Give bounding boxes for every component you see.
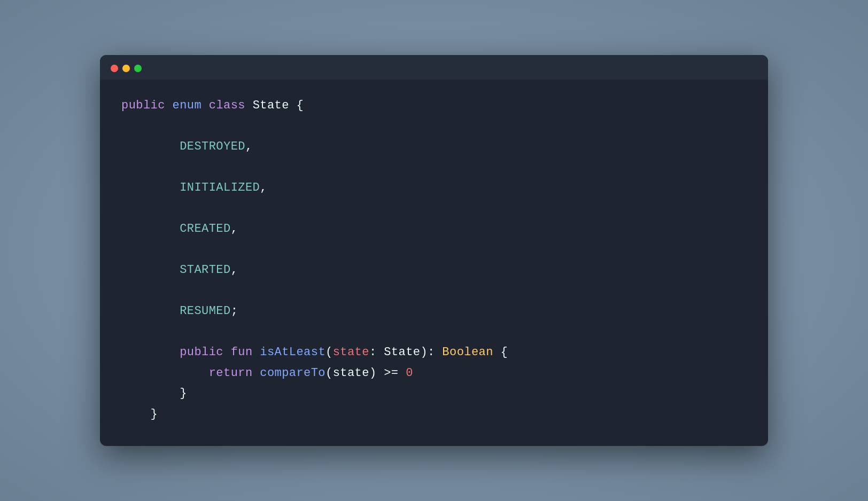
code-line-1: public enum class State {	[121, 96, 747, 116]
minimize-button[interactable]	[122, 65, 130, 72]
enum-destroyed: DESTROYED	[180, 140, 245, 153]
close-brace-class: }	[151, 408, 158, 421]
blank-1	[121, 116, 747, 137]
compare-arg: state	[333, 366, 369, 380]
code-line-close-fun: }	[121, 383, 747, 404]
code-window: public enum class State { DESTROYED, INI…	[100, 55, 768, 446]
code-line-close-class: }	[121, 404, 747, 425]
param-state: state	[333, 346, 369, 359]
blank-5	[121, 281, 747, 302]
paren-close: ):	[420, 346, 442, 359]
code-line-destroyed: DESTROYED,	[121, 137, 747, 158]
code-line-return: return compareTo(state) >= 0	[121, 363, 747, 384]
paren-open: (	[326, 346, 333, 359]
keyword-public: public	[121, 99, 165, 112]
close-button[interactable]	[111, 65, 118, 72]
param-type: State	[384, 346, 420, 359]
maximize-button[interactable]	[134, 65, 142, 72]
blank-3	[121, 199, 747, 220]
enum-started: STARTED	[180, 263, 231, 277]
fun-public: public	[180, 346, 223, 359]
keyword-class: class	[209, 99, 245, 112]
code-line-fun: public fun isAtLeast(state: State): Bool…	[121, 342, 747, 363]
compare-val: 0	[406, 366, 413, 380]
open-brace-2: {	[501, 346, 508, 359]
comma-3: ,	[231, 222, 238, 236]
keyword-enum: enum	[173, 99, 202, 112]
close-brace-fun: }	[180, 387, 187, 400]
code-line-resumed: RESUMED;	[121, 301, 747, 322]
blank-4	[121, 240, 747, 261]
semicolon-1: ;	[231, 304, 238, 318]
code-line-created: CREATED,	[121, 219, 747, 240]
fun-name: isAtLeast	[260, 346, 326, 359]
enum-resumed: RESUMED	[180, 304, 231, 318]
code-line-initialized: INITIALIZED,	[121, 178, 747, 199]
compare-op: >=	[384, 366, 398, 380]
class-name: State	[253, 99, 289, 112]
titlebar	[100, 55, 768, 80]
code-line-started: STARTED,	[121, 260, 747, 281]
return-type: Boolean	[442, 346, 493, 359]
comma-4: ,	[231, 263, 238, 277]
paren-close-2: )	[369, 366, 384, 380]
blank-2	[121, 158, 747, 178]
open-brace-1: {	[297, 99, 304, 112]
comma-1: ,	[245, 140, 253, 153]
enum-initialized: INITIALIZED	[180, 181, 260, 194]
comma-2: ,	[260, 181, 267, 194]
blank-6	[121, 322, 747, 343]
colon-1: :	[369, 346, 384, 359]
return-keyword: return	[209, 366, 253, 380]
code-editor: public enum class State { DESTROYED, INI…	[100, 80, 768, 446]
compare-method: compareTo	[260, 366, 326, 380]
fun-keyword: fun	[231, 346, 253, 359]
paren-open-2: (	[326, 366, 333, 380]
enum-created: CREATED	[180, 222, 231, 236]
